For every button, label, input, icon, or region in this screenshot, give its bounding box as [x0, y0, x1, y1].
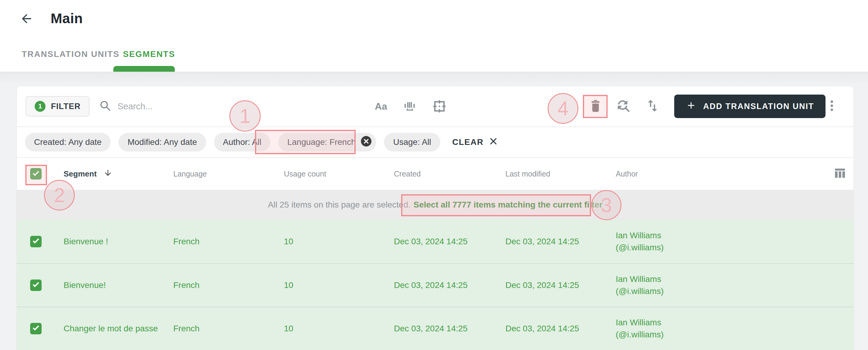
cell-language: French: [173, 237, 284, 246]
column-settings-button[interactable]: [827, 166, 854, 181]
checkmark-icon: [31, 323, 40, 335]
focus-frame-icon[interactable]: [424, 86, 455, 127]
trash-icon: [587, 98, 604, 115]
column-header-usage-count[interactable]: Usage count: [284, 169, 394, 178]
column-header-segment-label: Segment: [64, 169, 97, 179]
cell-created: Dec 03, 2024 14:25: [394, 280, 505, 290]
plus-icon: [686, 100, 696, 113]
row-checkbox-cell: [17, 323, 64, 335]
arrow-left-icon: [20, 12, 33, 27]
chip-modified-label: Modified: Any date: [127, 137, 197, 147]
tab-segments[interactable]: SEGMENTS: [123, 50, 175, 59]
segments-page: Main TRANSLATION UNITS SEGMENTS 1 FILTER…: [0, 0, 868, 350]
cell-author: Ian Williams (@i.williams): [616, 317, 827, 341]
select-all-checkbox[interactable]: [30, 168, 41, 180]
cell-author: Ian Williams (@i.williams): [616, 229, 827, 254]
segments-card: 1 FILTER Aa: [17, 86, 854, 350]
chip-usage[interactable]: Usage: All: [384, 133, 440, 152]
sort-order-button[interactable]: [639, 86, 666, 127]
selection-banner-text: All 25 items on this page are selected.: [268, 200, 410, 210]
add-translation-unit-label: ADD TRANSLATION UNIT: [703, 102, 814, 111]
search-box: [99, 96, 232, 117]
toolbar: 1 FILTER Aa: [17, 86, 854, 127]
find-replace-button[interactable]: [610, 86, 637, 127]
cell-last-modified: Dec 03, 2024 14:25: [505, 324, 616, 333]
row-checkbox-cell: [17, 236, 64, 247]
active-tab-indicator: [113, 66, 175, 72]
checkmark-icon: [31, 280, 40, 291]
author-name: Ian Williams: [616, 273, 827, 285]
cell-last-modified: Dec 03, 2024 14:25: [505, 237, 616, 246]
chip-created-label: Created: Any date: [34, 137, 101, 147]
row-checkbox[interactable]: [30, 323, 41, 335]
select-all-matching-link[interactable]: Select all 7777 items matching the curre…: [413, 200, 602, 210]
column-header-author[interactable]: Author: [616, 169, 827, 178]
row-checkbox-cell: [17, 280, 64, 291]
author-handle: (@i.williams): [616, 242, 827, 254]
chip-author[interactable]: Author: All: [214, 133, 271, 152]
row-checkbox[interactable]: [30, 236, 41, 247]
clear-filters-button[interactable]: CLEAR: [453, 137, 498, 148]
author-handle: (@i.williams): [616, 329, 827, 341]
view-columns-icon: [833, 166, 847, 181]
author-name: Ian Williams: [616, 317, 827, 329]
author-handle: (@i.williams): [616, 285, 827, 297]
table-row[interactable]: Changer le mot de passe French 10 Dec 03…: [17, 307, 854, 350]
cell-segment: Bienvenue!: [64, 279, 163, 291]
page-title: Main: [51, 10, 83, 27]
chip-language[interactable]: Language: French: [278, 133, 376, 152]
selection-banner: All 25 items on this page are selected. …: [17, 190, 854, 220]
cell-usage-count: 10: [284, 324, 394, 333]
chip-usage-label: Usage: All: [393, 137, 431, 147]
cell-author: Ian Williams (@i.williams): [616, 273, 827, 297]
match-case-icon[interactable]: Aa: [366, 86, 396, 127]
cell-segment: Changer le mot de passe: [64, 323, 163, 335]
close-icon: [489, 137, 498, 148]
kebab-menu-icon: [825, 99, 839, 114]
top-bar: Main TRANSLATION UNITS SEGMENTS: [0, 0, 868, 72]
column-header-last-modified[interactable]: Last modified: [505, 169, 616, 178]
column-header-created[interactable]: Created: [394, 169, 505, 178]
column-header-language[interactable]: Language: [173, 169, 284, 178]
author-name: Ian Williams: [616, 229, 827, 242]
chip-remove-icon[interactable]: [361, 135, 372, 149]
find-replace-icon: [615, 98, 631, 115]
search-input[interactable]: [118, 101, 232, 112]
back-button[interactable]: [19, 12, 34, 27]
cell-segment: Bienvenue !: [64, 235, 163, 248]
filter-chip-row: Created: Any date Modified: Any date Aut…: [17, 127, 854, 157]
sort-arrows-icon: [645, 98, 660, 115]
more-options-button[interactable]: [822, 86, 841, 127]
clear-filters-label: CLEAR: [453, 137, 484, 147]
column-header-segment[interactable]: Segment: [64, 168, 173, 180]
table-row[interactable]: Bienvenue! French 10 Dec 03, 2024 14:25 …: [17, 263, 854, 307]
whole-word-icon[interactable]: [395, 86, 425, 127]
chip-language-label: Language: French: [287, 137, 355, 147]
table-header-row: Segment Language Usage count Created Las…: [17, 157, 854, 190]
row-checkbox[interactable]: [30, 280, 41, 291]
cell-last-modified: Dec 03, 2024 14:25: [505, 280, 616, 290]
search-icon: [99, 99, 112, 113]
chip-created[interactable]: Created: Any date: [25, 133, 111, 152]
cell-language: French: [173, 280, 284, 290]
select-all-cell: [17, 168, 64, 180]
cell-usage-count: 10: [284, 280, 394, 290]
filter-count-badge: 1: [35, 101, 45, 112]
sort-descending-icon: [103, 168, 113, 180]
cell-created: Dec 03, 2024 14:25: [394, 237, 505, 246]
filter-button[interactable]: 1 FILTER: [26, 96, 90, 117]
delete-button[interactable]: [582, 86, 610, 127]
checkmark-icon: [31, 236, 40, 247]
cell-usage-count: 10: [284, 237, 394, 246]
filter-button-label: FILTER: [51, 102, 81, 111]
add-translation-unit-button[interactable]: ADD TRANSLATION UNIT: [674, 95, 826, 118]
table-row[interactable]: Bienvenue ! French 10 Dec 03, 2024 14:25…: [17, 220, 854, 263]
cell-created: Dec 03, 2024 14:25: [394, 324, 505, 333]
cell-language: French: [173, 324, 284, 333]
chip-modified[interactable]: Modified: Any date: [119, 133, 206, 152]
tab-translation-units[interactable]: TRANSLATION UNITS: [22, 50, 119, 59]
checkmark-icon: [31, 169, 40, 179]
chip-author-label: Author: All: [223, 137, 261, 147]
